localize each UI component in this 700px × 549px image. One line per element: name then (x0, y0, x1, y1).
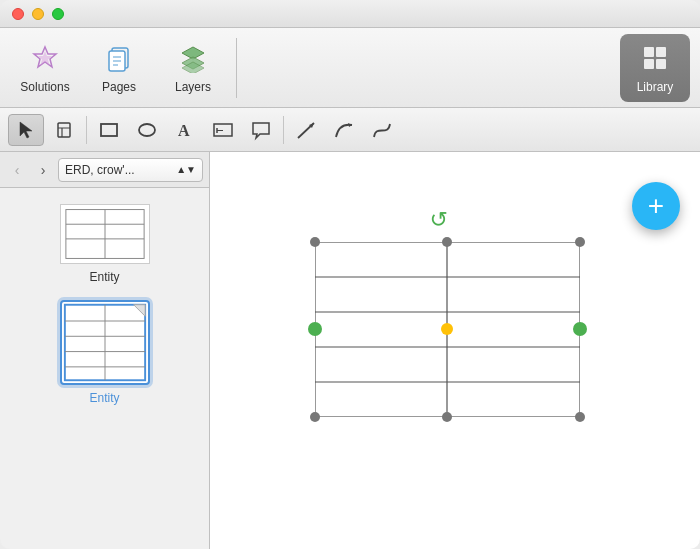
callout-tool[interactable] (243, 114, 279, 146)
fab-button[interactable]: + (632, 182, 680, 230)
svg-text:A: A (178, 122, 190, 139)
handle-top-right[interactable] (575, 237, 585, 247)
library-icon (639, 42, 671, 74)
rectangle-tool[interactable] (91, 114, 127, 146)
svg-rect-14 (58, 123, 70, 137)
toolbar-separator (236, 38, 237, 98)
svg-rect-17 (101, 124, 117, 136)
entity-selected-preview (60, 300, 150, 385)
minimize-button[interactable] (32, 8, 44, 20)
entity-unselected-label: Entity (89, 270, 119, 284)
main-content: ‹ › ERD, crow'... ▲▼ Entity (0, 152, 700, 549)
entity-selected-item[interactable]: Entity (60, 300, 150, 405)
shape-toolbar: A (0, 108, 700, 152)
entity-unselected-item[interactable]: Entity (60, 204, 150, 284)
solutions-icon (29, 42, 61, 74)
fab-icon: + (648, 192, 664, 220)
handle-top-left[interactable] (310, 237, 320, 247)
breadcrumb-label: ERD, crow'... (65, 163, 135, 177)
maximize-button[interactable] (52, 8, 64, 20)
library-button[interactable]: Library (620, 34, 690, 102)
bezier-tool[interactable] (364, 114, 400, 146)
close-button[interactable] (12, 8, 24, 20)
curve-tool[interactable] (326, 114, 362, 146)
pages-button[interactable]: Pages (84, 34, 154, 102)
sidebar-content: Entity Entity (0, 188, 209, 549)
breadcrumb-select[interactable]: ERD, crow'... ▲▼ (58, 158, 203, 182)
sidebar-nav: ‹ › ERD, crow'... ▲▼ (0, 152, 209, 188)
rotate-indicator: ↻ (430, 207, 448, 233)
canvas-entity-container[interactable] (305, 232, 590, 427)
text-tool[interactable]: A (167, 114, 203, 146)
solutions-label: Solutions (20, 80, 69, 94)
library-label: Library (637, 80, 674, 94)
layers-label: Layers (175, 80, 211, 94)
main-toolbar: Solutions Pages Layers (0, 28, 700, 108)
canvas[interactable]: + ↻ (210, 152, 700, 549)
handle-center[interactable] (441, 323, 453, 335)
entity-unselected-preview (60, 204, 150, 264)
text-box-tool[interactable] (205, 114, 241, 146)
handle-mid-left[interactable] (308, 322, 322, 336)
nav-forward-button[interactable]: › (32, 159, 54, 181)
svg-rect-13 (656, 59, 666, 69)
handle-bottom-right[interactable] (575, 412, 585, 422)
handle-bottom-left[interactable] (310, 412, 320, 422)
svg-rect-10 (644, 47, 654, 57)
entity-selected-label: Entity (89, 391, 119, 405)
svg-point-18 (139, 124, 155, 136)
handle-mid-right[interactable] (573, 322, 587, 336)
title-bar (0, 0, 700, 28)
breadcrumb-chevron: ▲▼ (176, 164, 196, 175)
solutions-button[interactable]: Solutions (10, 34, 80, 102)
handle-top-center[interactable] (442, 237, 452, 247)
line-tool[interactable] (288, 114, 324, 146)
svg-rect-11 (656, 47, 666, 57)
pages-icon (103, 42, 135, 74)
nav-back-button[interactable]: ‹ (6, 159, 28, 181)
sidebar: ‹ › ERD, crow'... ▲▼ Entity (0, 152, 210, 549)
ellipse-tool[interactable] (129, 114, 165, 146)
svg-rect-12 (644, 59, 654, 69)
shape-separator-2 (283, 116, 284, 144)
pointer-tool[interactable] (8, 114, 44, 146)
svg-marker-25 (348, 123, 352, 127)
handle-bottom-center[interactable] (442, 412, 452, 422)
pages-label: Pages (102, 80, 136, 94)
layers-icon (177, 42, 209, 74)
text-cursor-tool[interactable] (46, 114, 82, 146)
layers-button[interactable]: Layers (158, 34, 228, 102)
shape-separator-1 (86, 116, 87, 144)
